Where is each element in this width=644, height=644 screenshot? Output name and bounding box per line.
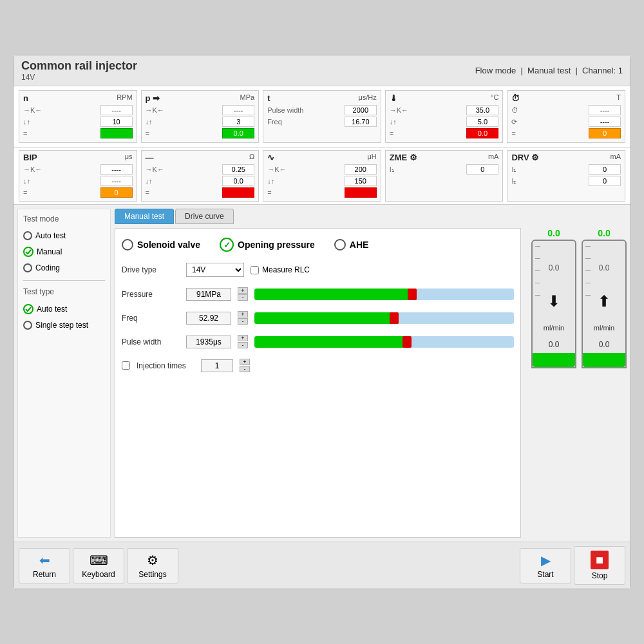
drive-type-label: Drive type — [122, 265, 180, 274]
metric-zme: ZME ⚙ mA I₁ 0 — [385, 150, 504, 202]
pressure-row: Pressure 91MPa + - — [122, 285, 514, 303]
flow-mode-label: Flow mode — [475, 66, 516, 75]
manual-label: Manual — [37, 247, 62, 256]
tab-manual-test[interactable]: Manual test — [115, 209, 174, 224]
pulse-width-label: Pulse width — [122, 337, 180, 346]
injector-solenoid[interactable]: Solenoid valve — [122, 239, 200, 251]
injection-times-dec[interactable]: - — [240, 366, 250, 372]
radio-auto-test[interactable] — [23, 231, 32, 240]
cylinder-1-green-base — [533, 353, 575, 367]
test-type-section-title: Test type — [23, 287, 105, 296]
metric-timer: ⏱ T ⏱ ---- ⟳ ---- = 0 — [507, 90, 625, 143]
metric-inductance: ∿ μH →K← 200 ↓↑ 150 = — [263, 150, 381, 202]
check-opening-pressure[interactable]: ✓ — [220, 238, 234, 252]
sidebar-item-auto-test-type[interactable]: Auto test — [23, 303, 105, 316]
cylinder-1-body: 0.0 ⬇ ml/min 0.0 — [531, 240, 576, 368]
stop-button[interactable]: ■ Stop — [574, 546, 625, 585]
cylinder-1-top-value: 0.0 — [547, 228, 560, 238]
injection-times-btns[interactable]: + - — [240, 359, 250, 372]
injection-times-value: 1 — [201, 359, 233, 372]
metric-n: n RPM →K← ---- ↓↑ 10 = — [19, 90, 137, 143]
injection-times-inc[interactable]: + — [240, 359, 250, 365]
pulse-width-inc[interactable]: + — [238, 335, 248, 341]
cylinder-1-arrow: ⬇ — [547, 292, 560, 310]
injection-times-checkbox[interactable] — [122, 361, 130, 370]
sidebar-item-auto-test[interactable]: Auto test — [23, 230, 105, 242]
cylinder-2-top-value: 0.0 — [598, 228, 610, 238]
pulse-width-dec[interactable]: - — [238, 342, 248, 348]
pressure-value: 91MPa — [186, 288, 231, 301]
drive-type-select[interactable]: 14V — [186, 263, 244, 277]
return-button[interactable]: ⬅ Return — [19, 548, 70, 583]
freq-btns[interactable]: + - — [238, 311, 248, 325]
pressure-dec[interactable]: - — [238, 294, 248, 301]
cylinder-2-green-base — [583, 353, 625, 367]
keyboard-icon: ⌨ — [90, 553, 108, 568]
metric-t: t μs/Hz Pulse width 2000 Freq 16.70 — [263, 90, 381, 143]
freq-inc[interactable]: + — [238, 311, 248, 317]
freq-slider-fill — [254, 312, 397, 324]
freq-label: Freq — [122, 314, 180, 323]
radio-ahe[interactable] — [334, 239, 346, 251]
metric-n-label: n — [23, 93, 28, 103]
start-button[interactable]: ▶ Start — [520, 548, 571, 583]
measure-rlc-checkbox[interactable] — [251, 266, 259, 274]
pulse-width-slider-thumb[interactable] — [402, 336, 412, 348]
check-manual-icon — [23, 247, 33, 257]
cylinder-2-arrow: ⬆ — [598, 292, 611, 310]
settings-button[interactable]: ⚙ Settings — [127, 548, 178, 583]
return-icon: ⬅ — [39, 553, 50, 568]
pulse-width-btns[interactable]: + - — [238, 335, 248, 348]
cylinder-1-mid-label: 0.0 — [533, 263, 575, 272]
panel-content: Solenoid valve ✓ Opening pressure AHE — [115, 228, 521, 538]
auto-test-type-label: Auto test — [37, 305, 67, 314]
page-title: Common rail injector — [21, 59, 137, 73]
single-step-label: Single step test — [35, 321, 88, 330]
pulse-width-row: Pulse width 1935μs + - — [122, 333, 514, 350]
solenoid-label: Solenoid valve — [137, 240, 200, 250]
freq-value: 52.92 — [186, 312, 231, 325]
test-mode-section-title: Test mode — [23, 214, 105, 223]
pulse-width-value: 1935μs — [186, 336, 231, 348]
sidebar-divider — [23, 280, 105, 281]
cylinder-2-unit: ml/min — [583, 324, 625, 332]
metrics-row-1: n RPM →K← ---- ↓↑ 10 = p ➡ MPa →K — [14, 86, 630, 147]
auto-test-label: Auto test — [35, 231, 66, 240]
start-icon: ▶ — [541, 553, 551, 568]
metrics-row-2: BIP μs →K← ---- ↓↑ ---- = 0 — Ω →K← — [14, 147, 630, 205]
coding-label: Coding — [35, 263, 60, 272]
metric-temp: 🌡 °C →K← 35.0 ↓↑ 5.0 = 0.0 — [385, 90, 504, 143]
ahe-label: AHE — [350, 240, 369, 250]
metric-p-label: p ➡ — [146, 93, 160, 103]
opening-pressure-label: Opening pressure — [238, 240, 315, 250]
cylinder-2-bottom-value: 0.0 — [583, 340, 625, 349]
main-window: Common rail injector 14V Flow mode | Man… — [13, 55, 631, 589]
pressure-slider-thumb[interactable] — [408, 289, 417, 300]
stop-label: Stop — [592, 571, 608, 580]
freq-dec[interactable]: - — [238, 318, 248, 325]
cylinder-2-mid-label: 0.0 — [583, 263, 625, 272]
metric-temp-unit: °C — [491, 93, 498, 103]
injector-opening-pressure[interactable]: ✓ Opening pressure — [220, 238, 315, 252]
radio-coding[interactable] — [23, 263, 32, 272]
freq-slider-track[interactable] — [254, 312, 514, 324]
tab-drive-curve[interactable]: Drive curve — [175, 209, 234, 224]
cylinder-pair: 0.0 0.0 ⬇ — [531, 228, 627, 368]
sidebar-item-coding[interactable]: Coding — [23, 262, 105, 274]
injector-ahe[interactable]: AHE — [334, 239, 369, 251]
radio-single-step[interactable] — [23, 321, 32, 330]
sidebar-item-single-step[interactable]: Single step test — [23, 319, 105, 331]
pressure-btns[interactable]: + - — [238, 287, 248, 301]
metric-p-unit: MPa — [240, 93, 255, 103]
test-mode-label: Manual test — [527, 66, 571, 75]
injector-type-row: Solenoid valve ✓ Opening pressure AHE — [122, 235, 514, 254]
pulse-width-slider-track[interactable] — [254, 336, 514, 348]
freq-row: Freq 52.92 + - — [122, 309, 514, 327]
pressure-inc[interactable]: + — [238, 287, 248, 294]
pressure-slider-track[interactable] — [254, 289, 514, 300]
keyboard-button[interactable]: ⌨ Keyboard — [73, 548, 124, 583]
sidebar-item-manual[interactable]: Manual — [23, 245, 105, 258]
header-subtitle: 14V — [21, 73, 137, 82]
radio-solenoid[interactable] — [122, 239, 133, 251]
freq-slider-thumb[interactable] — [390, 312, 399, 324]
